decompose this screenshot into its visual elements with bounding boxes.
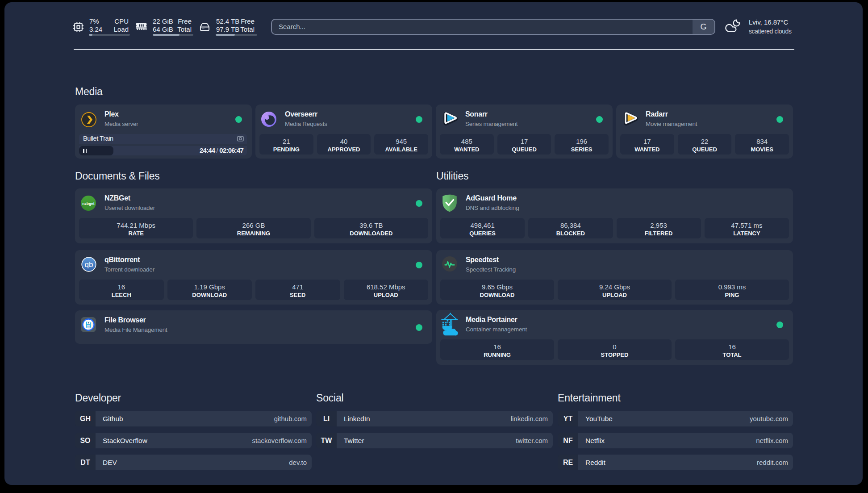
svg-text:nzbget: nzbget [82, 201, 95, 206]
svg-text:qb: qb [85, 260, 93, 269]
